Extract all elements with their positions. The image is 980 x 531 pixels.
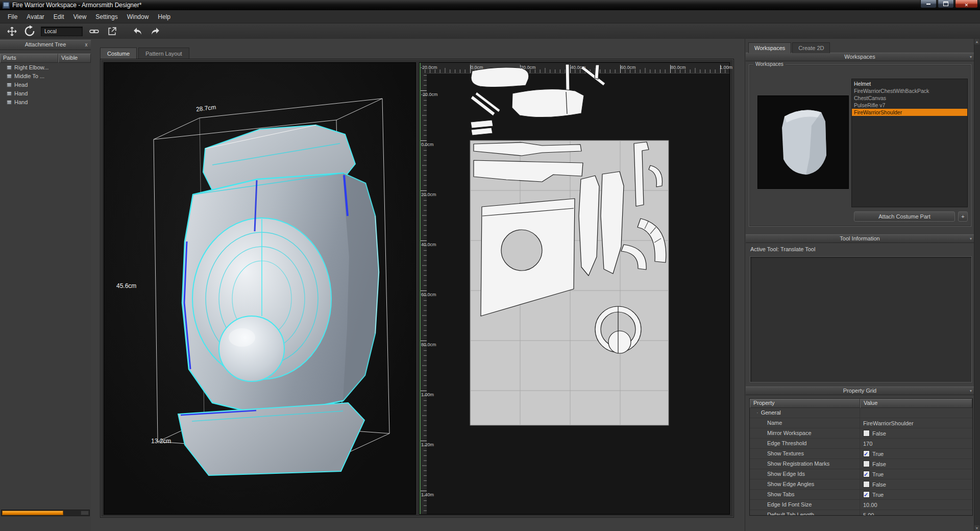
application-window: Fire Warrior Workspace - Armorsmith Desi… — [0, 0, 980, 531]
scrollbar-end-button[interactable] — [81, 511, 89, 515]
collapse-icon[interactable] — [970, 388, 972, 395]
property-row-show-edge-angles[interactable]: Show Edge Angles False — [750, 479, 972, 490]
tree-item-middle-to[interactable]: Middle To ... — [0, 71, 91, 80]
property-name[interactable]: General — [750, 408, 860, 418]
close-button[interactable] — [955, 0, 978, 8]
link-parts-button[interactable] — [87, 25, 101, 38]
tool-information-section-header[interactable]: Tool Information — [746, 234, 974, 243]
property-row-show-edge-ids[interactable]: Show Edge Ids True — [750, 469, 972, 479]
add-workspace-button[interactable]: + — [958, 211, 968, 222]
tree-item-hand-1[interactable]: Hand — [0, 89, 91, 98]
scrollbar-thumb[interactable] — [2, 511, 63, 515]
menu-file[interactable]: File — [3, 11, 22, 23]
pattern-layout-canvas[interactable] — [420, 63, 729, 514]
workspace-item-firewarriorchest[interactable]: FireWarriorChestWithBackPack — [852, 87, 967, 94]
category-marker-icon — [756, 409, 758, 416]
workspaces-section-header[interactable]: Workspaces — [746, 53, 974, 61]
scroll-up-icon[interactable] — [974, 39, 979, 44]
property-row-general[interactable]: General — [750, 408, 972, 418]
attach-costume-part-button[interactable]: Attach Costume Part — [854, 211, 955, 222]
property-name-text: Show Edge Ids — [767, 471, 805, 477]
property-value[interactable]: FireWarriorShoulder — [860, 418, 972, 428]
property-row-name[interactable]: Name FireWarriorShoulder — [750, 418, 972, 428]
menu-edit[interactable]: Edit — [49, 11, 69, 23]
checkbox-icon[interactable] — [863, 461, 870, 467]
scroll-down-icon[interactable] — [974, 525, 979, 531]
tree-item-right-elbow[interactable]: Right Elbow... — [0, 63, 91, 71]
panel-close-icon[interactable] — [84, 40, 89, 49]
undo-button[interactable] — [131, 25, 144, 38]
property-value[interactable]: False — [860, 479, 972, 489]
column-header-property[interactable]: Property — [750, 399, 860, 408]
property-grid-columns: Property Value — [750, 399, 972, 408]
right-scrollbar[interactable] — [974, 39, 980, 531]
checkbox-icon[interactable] — [863, 471, 870, 477]
property-name[interactable]: Edge Id Font Size — [750, 500, 860, 510]
column-header-value[interactable]: Value — [860, 399, 972, 408]
tree-item-head[interactable]: Head — [0, 80, 91, 89]
horizontal-scrollbar[interactable] — [1, 510, 90, 516]
tree-item-label: Right Elbow... — [14, 64, 48, 70]
property-row-edge-id-font-size[interactable]: Edge Id Font Size 10.00 — [750, 500, 972, 510]
column-header-parts[interactable]: Parts — [0, 54, 58, 63]
rotate-tool-button[interactable] — [23, 25, 36, 38]
property-row-edge-threshold[interactable]: Edge Threshold 170 — [750, 439, 972, 449]
tree-item-hand-2[interactable]: Hand — [0, 98, 91, 106]
workspace-item-helmet[interactable]: Helmet — [852, 80, 967, 87]
checkbox-icon[interactable] — [863, 450, 870, 457]
property-name[interactable]: Mirror Workspace — [750, 428, 860, 438]
property-name[interactable]: Show Edge Angles — [750, 479, 860, 489]
checkbox-icon[interactable] — [863, 430, 870, 437]
tab-costume[interactable]: Costume — [100, 47, 137, 59]
minimize-button[interactable] — [920, 0, 937, 8]
property-name[interactable]: Show Edge Ids — [750, 469, 860, 479]
property-grid-section-header[interactable]: Property Grid — [746, 387, 974, 395]
property-name[interactable]: Edge Threshold — [750, 439, 860, 448]
translate-tool-button[interactable] — [5, 25, 18, 38]
workspace-item-pulserifle[interactable]: PulseRifle v7 — [852, 102, 967, 109]
property-row-mirror-workspace[interactable]: Mirror Workspace False — [750, 428, 972, 439]
3d-model-canvas[interactable] — [104, 63, 415, 514]
checkbox-icon[interactable] — [863, 481, 870, 488]
property-value[interactable]: 5.00 — [860, 510, 972, 516]
property-value[interactable]: 170 — [860, 439, 972, 448]
property-row-show-registration-marks[interactable]: Show Registration Marks False — [750, 459, 972, 469]
menu-help[interactable]: Help — [153, 11, 175, 23]
property-value-text: False — [872, 460, 886, 469]
column-header-visible[interactable]: Visible — [58, 54, 91, 63]
property-value[interactable]: True — [860, 490, 972, 499]
tab-pattern-layout[interactable]: Pattern Layout — [138, 47, 189, 59]
menu-view[interactable]: View — [69, 11, 91, 23]
viewport-2d-pattern[interactable]: -20.0cm 0.0cm 20.0cm 40.0cm 60.0cm 80.0c… — [419, 62, 730, 515]
tab-workspaces[interactable]: Workspaces — [748, 42, 791, 53]
viewport-3d[interactable]: 28.7cm 45.6cm 13.2cm — [104, 62, 416, 515]
export-button[interactable] — [105, 25, 118, 38]
menu-settings[interactable]: Settings — [91, 11, 122, 23]
property-value[interactable]: True — [860, 469, 972, 479]
workspace-item-chestcanvas[interactable]: ChestCanvas — [852, 94, 967, 102]
property-row-show-textures[interactable]: Show Textures True — [750, 449, 972, 459]
menu-window[interactable]: Window — [122, 11, 154, 23]
property-value[interactable]: False — [860, 459, 972, 469]
collapse-icon[interactable] — [970, 235, 972, 243]
property-value[interactable] — [860, 408, 972, 418]
redo-button[interactable] — [149, 25, 162, 38]
menu-avatar[interactable]: Avatar — [22, 11, 48, 23]
property-row-default-tab-length[interactable]: Default Tab Length 5.00 — [750, 510, 972, 516]
property-name[interactable]: Show Registration Marks — [750, 459, 860, 469]
property-name[interactable]: Show Textures — [750, 449, 860, 458]
property-name[interactable]: Name — [750, 418, 860, 428]
property-value[interactable]: False — [860, 428, 972, 438]
coordinate-mode-select[interactable]: Local — [41, 27, 83, 36]
checkbox-icon[interactable] — [863, 491, 870, 498]
property-value[interactable]: True — [860, 449, 972, 458]
property-row-show-tabs[interactable]: Show Tabs True — [750, 490, 972, 500]
property-value[interactable]: 10.00 — [860, 500, 972, 510]
tab-create-2d[interactable]: Create 2D — [792, 42, 830, 53]
property-name[interactable]: Default Tab Length — [750, 510, 860, 516]
property-name[interactable]: Show Tabs — [750, 490, 860, 499]
title-bar[interactable]: Fire Warrior Workspace - Armorsmith Desi… — [0, 0, 980, 11]
workspace-item-firewarriorshoulder[interactable]: FireWarriorShoulder — [852, 109, 967, 116]
maximize-button[interactable] — [938, 0, 954, 8]
collapse-icon[interactable] — [970, 54, 972, 61]
